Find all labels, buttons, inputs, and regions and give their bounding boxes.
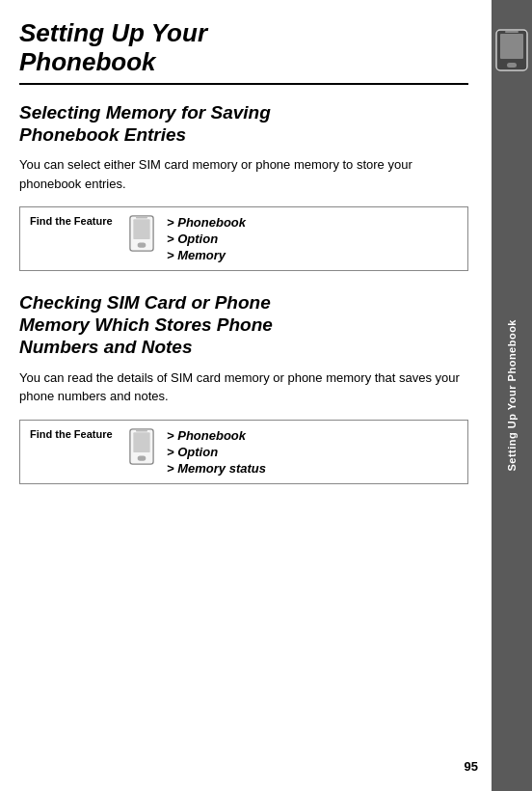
svg-rect-5 [133, 432, 149, 452]
phone-icon-2 [126, 428, 157, 465]
feature-step-2-2: Option [167, 445, 266, 459]
section2-heading-line2: Memory Which Stores Phone [19, 314, 273, 335]
page-title: Setting Up Your Phonebook [19, 19, 468, 77]
find-feature-label-2: Find the Feature [30, 428, 117, 440]
section2-heading-line1: Checking SIM Card or Phone [19, 292, 271, 313]
feature-steps-2: Phonebook Option Memory status [167, 428, 266, 476]
find-feature-box-2: Find the Feature Phonebook Option Memory… [19, 420, 468, 484]
section1-heading-line2: Phonebook Entries [19, 124, 186, 145]
svg-rect-1 [133, 220, 149, 240]
find-feature-label-1: Find the Feature [30, 215, 117, 227]
svg-rect-3 [136, 217, 147, 219]
main-content: Setting Up Your Phonebook Selecting Memo… [0, 0, 492, 791]
section1-heading: Selecting Memory for Saving Phonebook En… [19, 102, 468, 147]
svg-rect-6 [138, 455, 146, 460]
section2-heading-line3: Numbers and Notes [19, 337, 192, 357]
section1-body: You can select either SIM card memory or… [19, 155, 468, 193]
section2-body: You can read the details of SIM card mem… [19, 368, 468, 406]
section1-heading-line1: Selecting Memory for Saving [19, 102, 271, 123]
sidebar-phone-icon [495, 29, 528, 71]
page-container: Setting Up Your Phonebook Selecting Memo… [0, 0, 532, 791]
feature-step-1-1: Phonebook [167, 215, 246, 230]
sidebar-tab: Setting Up Your Phonebook [492, 0, 532, 791]
feature-step-2-1: Phonebook [167, 428, 266, 443]
svg-rect-7 [136, 429, 147, 431]
feature-step-2-3: Memory status [167, 461, 266, 476]
title-divider [19, 83, 468, 85]
feature-step-1-2: Option [167, 232, 246, 246]
svg-rect-11 [505, 31, 519, 33]
title-line1: Setting Up Your [19, 18, 207, 47]
page-number: 95 [465, 759, 478, 774]
phone-icon-1 [126, 215, 157, 252]
find-feature-box-1: Find the Feature Phonebook Option Memory [19, 206, 468, 271]
section2-heading: Checking SIM Card or Phone Memory Which … [19, 292, 468, 358]
sidebar-label: Setting Up Your Phonebook [506, 319, 518, 472]
feature-step-1-3: Memory [167, 248, 246, 262]
feature-steps-1: Phonebook Option Memory [167, 215, 246, 262]
svg-rect-2 [138, 243, 146, 248]
svg-rect-9 [500, 34, 523, 59]
svg-rect-10 [507, 63, 517, 68]
title-line2: Phonebook [19, 47, 156, 76]
